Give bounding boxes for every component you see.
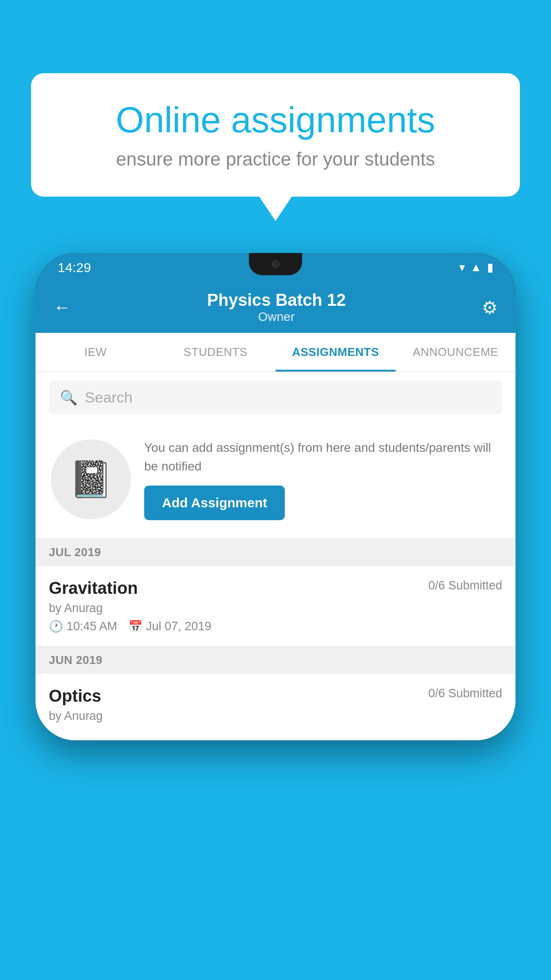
phone-content: 🔍 Search 📓 You can add assignment(s) fro… bbox=[35, 372, 516, 740]
tab-assignments[interactable]: ASSIGNMENTS bbox=[276, 333, 396, 371]
speech-bubble-container: Online assignments ensure more practice … bbox=[31, 73, 520, 197]
assignment-by-gravitation: by Anurag bbox=[49, 601, 502, 615]
assignment-item-gravitation[interactable]: Gravitation 0/6 Submitted by Anurag 🕐 10… bbox=[35, 566, 516, 646]
signal-icon: ▲ bbox=[470, 261, 482, 274]
back-button[interactable]: ← bbox=[53, 297, 71, 317]
tab-iew[interactable]: IEW bbox=[35, 333, 156, 371]
book-icon: 📓 bbox=[69, 458, 113, 500]
assignment-submitted-optics: 0/6 Submitted bbox=[428, 687, 502, 700]
cta-content: You can add assignment(s) from here and … bbox=[144, 439, 500, 520]
meta-time-gravitation: 🕐 10:45 AM bbox=[49, 620, 117, 633]
app-header: ← Physics Batch 12 Owner ⚙ bbox=[35, 282, 516, 333]
assignment-header-gravitation: Gravitation 0/6 Submitted bbox=[49, 579, 502, 598]
search-container: 🔍 Search bbox=[35, 372, 516, 423]
speech-bubble: Online assignments ensure more practice … bbox=[31, 73, 520, 197]
tab-students[interactable]: STUDENTS bbox=[156, 333, 276, 371]
section-jul-2019: JUL 2019 bbox=[35, 538, 516, 566]
assignment-date-gravitation: Jul 07, 2019 bbox=[146, 620, 211, 633]
battery-icon: ▮ bbox=[487, 261, 493, 274]
wifi-icon: ▾ bbox=[459, 261, 465, 274]
status-time: 14:29 bbox=[58, 260, 91, 275]
assignment-by-optics: by Anurag bbox=[49, 709, 502, 723]
assignment-name-optics: Optics bbox=[49, 687, 101, 706]
phone-wrapper: 14:29 ▾ ▲ ▮ ← Physics Batch 12 Owner ⚙ I… bbox=[35, 253, 516, 740]
speech-bubble-subtitle: ensure more practice for your students bbox=[62, 149, 489, 170]
clock-icon: 🕐 bbox=[49, 620, 63, 633]
speech-bubble-title: Online assignments bbox=[62, 100, 489, 140]
header-subtitle: Owner bbox=[71, 310, 482, 324]
settings-icon[interactable]: ⚙ bbox=[482, 297, 498, 318]
add-assignment-button[interactable]: Add Assignment bbox=[144, 486, 285, 520]
assignment-submitted-gravitation: 0/6 Submitted bbox=[428, 579, 502, 593]
tabs-bar: IEW STUDENTS ASSIGNMENTS ANNOUNCEME bbox=[35, 333, 516, 372]
cta-card: 📓 You can add assignment(s) from here an… bbox=[35, 423, 516, 538]
assignment-item-optics[interactable]: Optics 0/6 Submitted by Anurag bbox=[35, 674, 516, 740]
assignment-name-gravitation: Gravitation bbox=[49, 579, 138, 598]
search-icon: 🔍 bbox=[60, 389, 78, 406]
status-icons: ▾ ▲ ▮ bbox=[459, 261, 493, 274]
search-input-wrapper[interactable]: 🔍 Search bbox=[49, 381, 502, 414]
meta-date-gravitation: 📅 Jul 07, 2019 bbox=[128, 620, 211, 633]
assignment-icon-circle: 📓 bbox=[51, 439, 131, 519]
header-title-block: Physics Batch 12 Owner bbox=[71, 291, 482, 324]
calendar-icon: 📅 bbox=[128, 620, 142, 633]
notch-camera bbox=[272, 260, 279, 268]
phone-frame: 14:29 ▾ ▲ ▮ ← Physics Batch 12 Owner ⚙ I… bbox=[35, 253, 516, 740]
header-title: Physics Batch 12 bbox=[71, 291, 482, 310]
search-placeholder: Search bbox=[85, 389, 133, 406]
status-notch bbox=[249, 253, 302, 275]
cta-description: You can add assignment(s) from here and … bbox=[144, 439, 500, 476]
tab-announcements[interactable]: ANNOUNCEME bbox=[396, 333, 516, 371]
assignment-meta-gravitation: 🕐 10:45 AM 📅 Jul 07, 2019 bbox=[49, 620, 502, 633]
assignment-header-optics: Optics 0/6 Submitted bbox=[49, 687, 502, 706]
section-jun-2019: JUN 2019 bbox=[35, 646, 516, 674]
status-bar: 14:29 ▾ ▲ ▮ bbox=[35, 253, 516, 282]
assignment-time-gravitation: 10:45 AM bbox=[67, 620, 117, 633]
